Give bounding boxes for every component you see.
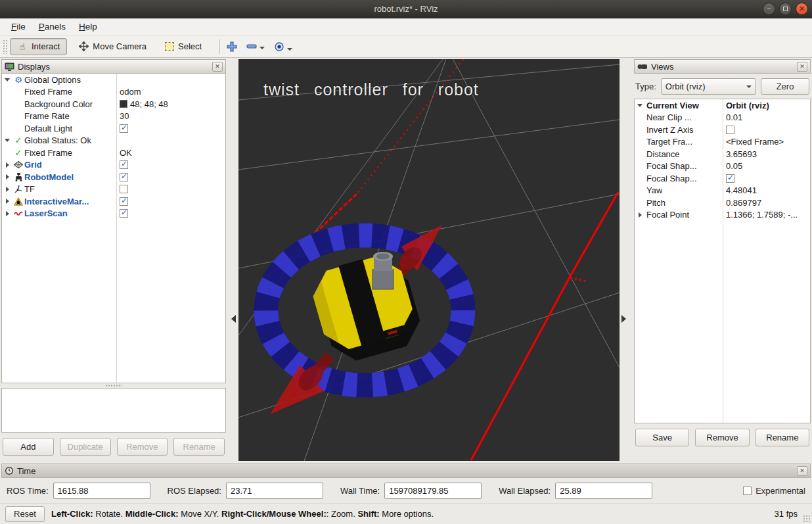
ros-elapsed-label: ROS Elapsed: — [168, 486, 221, 496]
displays-close-icon[interactable]: ✕ — [212, 62, 223, 72]
expander-right-icon[interactable] — [2, 174, 12, 179]
views-panel-title: Views — [651, 62, 794, 72]
expander-right-icon[interactable] — [2, 199, 12, 204]
resize-grip[interactable] — [803, 515, 811, 523]
tree-row-invert-z[interactable]: Invert Z Axis — [635, 124, 810, 136]
menu-panels[interactable]: Panels — [33, 20, 72, 34]
maximize-button[interactable] — [779, 3, 792, 15]
tree-row-interactive-markers[interactable]: InteractiveMar... — [2, 195, 225, 208]
time-panel-title: Time — [17, 466, 794, 476]
wall-time-field: Wall Time: — [340, 483, 482, 499]
tree-row-focal-point[interactable]: Focal Point 1.1366; 1.7589; -... — [635, 209, 810, 222]
property-value[interactable]: odom — [120, 87, 141, 97]
expander-right-icon[interactable] — [2, 162, 12, 168]
checkbox[interactable] — [120, 209, 128, 218]
tree-row-fixed-frame[interactable]: Fixed Frame odom — [2, 86, 225, 99]
minimize-button[interactable]: − — [763, 3, 775, 15]
checkbox[interactable] — [120, 197, 128, 206]
tree-row-background-color[interactable]: Background Color 48; 48; 48 — [2, 98, 225, 110]
interact-tool-button[interactable]: ☝ Interact — [10, 38, 67, 55]
ros-elapsed-input[interactable] — [226, 483, 323, 499]
zoom-in-tool[interactable] — [227, 41, 237, 52]
menu-bar: File Panels Help — [0, 18, 812, 36]
property-value[interactable]: 1.1366; 1.7589; -... — [726, 210, 798, 220]
property-value[interactable]: <Fixed Frame> — [726, 137, 784, 147]
ros-time-input[interactable] — [53, 483, 150, 499]
duplicate-display-button[interactable]: Duplicate — [60, 438, 111, 456]
views-panel-header[interactable]: Views ✕ — [634, 59, 811, 74]
expander-right-icon[interactable] — [2, 187, 12, 192]
menu-file[interactable]: File — [5, 20, 32, 34]
checkbox[interactable] — [726, 126, 734, 134]
tree-row-global-status[interactable]: ✓ Global Status: Ok — [2, 135, 225, 147]
wall-elapsed-input[interactable] — [555, 483, 652, 499]
mouse-help-text: Left-Click: Rotate. Middle-Click: Move X… — [51, 509, 434, 519]
tree-row-frame-rate[interactable]: Frame Rate 30 — [2, 110, 225, 123]
zero-button[interactable]: Zero — [761, 78, 809, 95]
expander-right-icon[interactable] — [2, 211, 12, 216]
collapse-right-splitter-handle[interactable] — [621, 315, 626, 323]
tree-row-current-view[interactable]: Current View Orbit (rviz) — [635, 99, 810, 112]
time-close-icon[interactable]: ✕ — [797, 466, 807, 476]
tree-row-grid[interactable]: Grid — [2, 159, 225, 172]
remove-view-button[interactable]: Remove — [695, 429, 749, 446]
property-value[interactable]: 4.48041 — [726, 185, 757, 195]
tree-row-focal-shape-fixed[interactable]: Focal Shap... — [635, 172, 810, 185]
tree-row-distance[interactable]: Distance 3.65693 — [635, 148, 810, 160]
tree-row-tf[interactable]: TF — [2, 183, 225, 196]
tree-row-robotmodel[interactable]: RobotModel — [2, 171, 225, 183]
checkbox[interactable] — [726, 174, 734, 183]
property-value[interactable]: 30 — [120, 111, 129, 121]
rename-view-button[interactable]: Rename — [756, 429, 809, 446]
menu-help[interactable]: Help — [73, 20, 103, 34]
views-close-icon[interactable]: ✕ — [797, 62, 807, 72]
tree-row-target-frame[interactable]: Target Fra... <Fixed Frame> — [635, 136, 810, 149]
tree-row-laserscan[interactable]: LaserScan — [2, 208, 225, 220]
checkbox[interactable] — [120, 185, 128, 193]
tree-row-global-options[interactable]: ⚙ Global Options — [2, 74, 225, 86]
tree-row-status-fixed-frame[interactable]: ✓ Fixed Frame OK — [2, 147, 225, 159]
focus-camera-tool[interactable] — [274, 41, 292, 52]
property-value[interactable]: 48; 48; 48 — [130, 99, 168, 109]
property-value[interactable]: 0.869797 — [726, 198, 761, 208]
property-value[interactable]: 0.05 — [726, 161, 742, 171]
property-value[interactable]: 0.01 — [726, 112, 742, 122]
move-camera-tool-button[interactable]: Move Camera — [71, 38, 154, 55]
reset-button[interactable]: Reset — [5, 506, 45, 522]
rename-display-button[interactable]: Rename — [173, 438, 225, 456]
wall-time-input[interactable] — [384, 483, 482, 499]
remove-display-button[interactable]: Remove — [117, 438, 168, 456]
close-button[interactable]: ✕ — [796, 3, 808, 15]
window-title: robot.rviz* - RViz — [374, 4, 438, 14]
save-view-button[interactable]: Save — [635, 429, 689, 446]
tree-row-yaw[interactable]: Yaw 4.48041 — [635, 185, 810, 197]
tree-row-pitch[interactable]: Pitch 0.869797 — [635, 197, 810, 209]
collapse-left-splitter-handle[interactable] — [231, 315, 236, 323]
checkbox[interactable] — [120, 173, 128, 181]
displays-panel-header[interactable]: Displays ✕ — [1, 59, 226, 74]
expander-down-icon[interactable] — [2, 139, 12, 142]
ros-time-label: ROS Time: — [7, 486, 49, 496]
panel-splitter-handle[interactable] — [1, 383, 226, 388]
tree-row-focal-shape-size[interactable]: Focal Shap... 0.05 — [635, 160, 810, 173]
expander-right-icon[interactable] — [635, 212, 645, 218]
zoom-out-tool[interactable] — [246, 43, 265, 51]
tree-row-default-light[interactable]: Default Light — [2, 122, 225, 135]
add-display-button[interactable]: Add — [3, 438, 54, 456]
checkbox[interactable] — [120, 160, 128, 169]
toolbar-drag-handle[interactable] — [3, 39, 7, 54]
experimental-toggle[interactable]: Experimental — [743, 486, 805, 496]
checkbox[interactable] — [120, 124, 128, 133]
tree-row-near-clip[interactable]: Near Clip ... 0.01 — [635, 112, 810, 124]
expander-down-icon[interactable] — [2, 78, 12, 82]
experimental-checkbox[interactable] — [743, 487, 752, 495]
time-panel-header[interactable]: Time ✕ — [1, 464, 811, 478]
select-tool-button[interactable]: Select — [158, 38, 209, 55]
property-value[interactable]: 3.65693 — [726, 149, 757, 159]
title-bar[interactable]: robot.rviz* - RViz − ✕ — [0, 0, 812, 18]
3d-viewport[interactable]: twist controller for robot — [238, 59, 620, 461]
wall-elapsed-field: Wall Elapsed: — [499, 483, 652, 499]
color-swatch[interactable] — [120, 100, 127, 108]
view-type-select[interactable]: Orbit (rviz) — [661, 78, 756, 95]
expander-down-icon[interactable] — [635, 104, 645, 107]
